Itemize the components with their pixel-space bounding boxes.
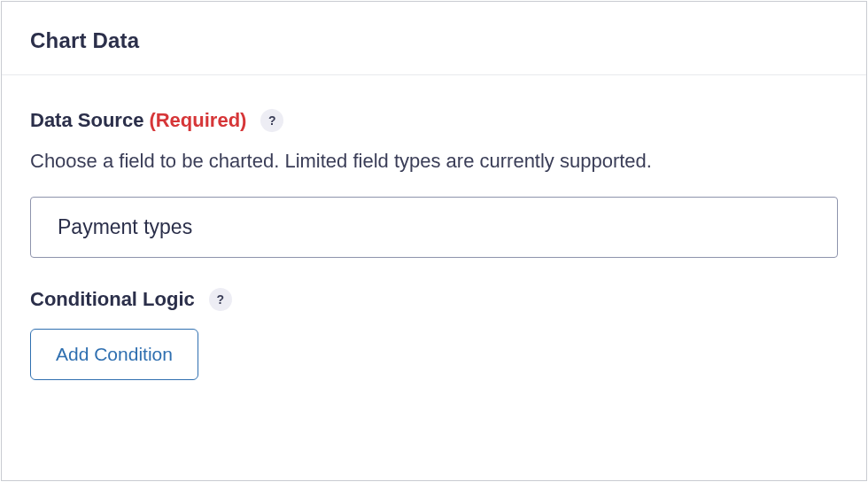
- required-tag: (Required): [149, 109, 246, 132]
- data-source-help-text: Choose a field to be charted. Limited fi…: [30, 148, 838, 175]
- data-source-select[interactable]: Payment types: [30, 197, 838, 258]
- conditional-logic-label: Conditional Logic: [30, 288, 195, 311]
- chart-data-panel: Chart Data Data Source (Required) ? Choo…: [1, 1, 867, 481]
- add-condition-button-label: Add Condition: [56, 344, 173, 365]
- panel-header: Chart Data: [2, 2, 866, 75]
- panel-title: Chart Data: [30, 28, 838, 53]
- add-condition-button[interactable]: Add Condition: [30, 329, 198, 380]
- data-source-selected-value: Payment types: [58, 215, 192, 238]
- data-source-label: Data Source: [30, 109, 143, 132]
- panel-body: Data Source (Required) ? Choose a field …: [2, 75, 866, 405]
- conditional-logic-label-row: Conditional Logic ?: [30, 288, 838, 311]
- data-source-label-row: Data Source (Required) ?: [30, 109, 838, 132]
- help-icon[interactable]: ?: [260, 109, 283, 132]
- help-icon[interactable]: ?: [209, 288, 232, 311]
